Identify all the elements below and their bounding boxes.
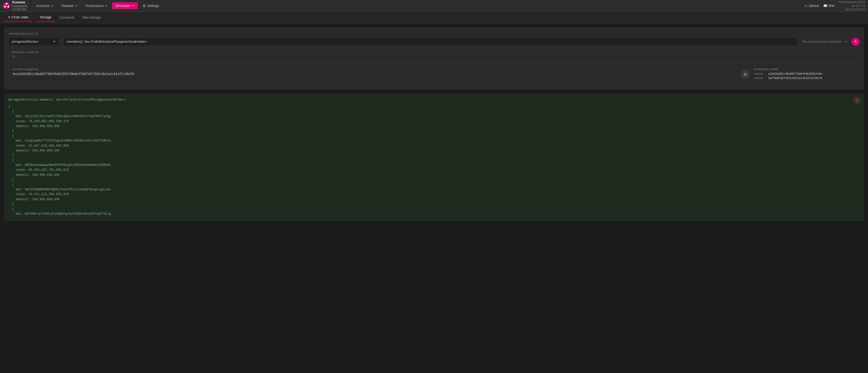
result-code: [ { who: CpjsLDC1JFyrhm3ftC9Gs4QoyrKHkhZ… (8, 104, 860, 216)
method-select[interactable]: members(): Vec<PalletElectionsPhragmenSe… (63, 37, 798, 46)
brand-block: #13,037,892 (12, 8, 27, 11)
details-label: encoded key details (754, 68, 855, 71)
svg-point-3 (8, 6, 9, 8)
nav-right: ⌥ GitHub 📖 Wiki Parity Polkadot v0.9.23 … (804, 1, 865, 11)
module-select[interactable]: phragmenElection ▼ (8, 37, 59, 46)
method-label: method (754, 76, 766, 80)
brand-name: Kusama (12, 0, 27, 5)
github-link[interactable]: ⌥ GitHub (804, 4, 819, 8)
main-content: selected state query ? phragmenElection … (0, 23, 868, 225)
method-detail: method ba7fb8745735dc3be2a2c61a72c39e78 (754, 76, 855, 80)
nav-network[interactable]: Network ▼ (58, 2, 81, 9)
blockhash-input[interactable]: 0x... (12, 55, 856, 58)
sub-navigation: ≡ Chain state › Storage Constants Raw st… (0, 12, 868, 23)
nav-governance[interactable]: Governance ▼ (82, 2, 111, 9)
blockhash-section: blockhash to query at 0x... (8, 48, 860, 61)
wiki-link[interactable]: 📖 Wiki (823, 4, 835, 8)
brand-info: Kusama kusama/9220 #13,037,892 (12, 0, 27, 11)
top-navigation: Kusama kusama/9220 #13,037,892 Accounts … (0, 0, 868, 12)
nav-developer[interactable]: Developer ▼ (112, 2, 138, 9)
chevron-down-icon: ▼ (132, 4, 134, 7)
blockhash-label: blockhash to query at (12, 51, 856, 54)
encoded-key-value: 0xe2e62dd81c48a88f73b6f6463555fd8eba7fb8… (13, 72, 737, 76)
module-hash: e2e62dd81c48a88f73b6f6463555fd8e (768, 72, 822, 75)
tab-raw-storage[interactable]: Raw storage (79, 13, 105, 21)
chevron-down-icon: ▼ (53, 40, 56, 43)
nav-separator: › (33, 15, 35, 20)
method-hash: ba7fb8745735dc3be2a2c61a72c39e78 (768, 76, 822, 80)
wiki-icon: 📖 (823, 4, 827, 8)
chevron-down-icon: ▼ (75, 4, 78, 7)
close-result-button[interactable]: ✕ (854, 97, 861, 104)
nav-settings[interactable]: ⚙ Settings (139, 2, 163, 9)
chevron-down-icon: ▼ (105, 4, 107, 7)
tab-storage[interactable]: Storage (36, 13, 56, 22)
encoded-key-left: encoded storage key 0xe2e62dd81c48a88f73… (13, 68, 737, 81)
svg-point-1 (6, 3, 8, 5)
version-info: Parity Polkadot v0.9.23 api v8.7.2-1 app… (839, 1, 865, 11)
encoded-key-label: encoded storage key (13, 68, 737, 71)
brand-sub: kusama/9220 (12, 5, 27, 8)
query-description: The current elected members. ▼ (802, 40, 847, 43)
chevron-down-icon: ▼ (844, 40, 847, 43)
kusama-logo (3, 2, 10, 9)
result-section: phragmenElection.members: Vec<PalletElec… (4, 94, 864, 221)
add-query-button[interactable]: + (851, 38, 860, 46)
help-icon[interactable]: ? (35, 32, 38, 35)
svg-point-2 (4, 6, 6, 8)
query-label: selected state query ? (8, 32, 860, 35)
module-detail: module e2e62dd81c48a88f73b6f6463555fd8e (754, 72, 855, 75)
chevron-down-icon: ▼ (51, 4, 54, 7)
chain-state-group: ≡ Chain state › Storage Constants Raw st… (4, 13, 105, 22)
tab-constants[interactable]: Constants (55, 13, 79, 21)
encoded-key-details: encoded key details module e2e62dd81c48a… (754, 68, 855, 81)
nav-accounts[interactable]: Accounts ▼ (33, 2, 57, 9)
github-icon: ⌥ (804, 4, 808, 8)
query-inputs: phragmenElection ▼ members(): Vec<Pallet… (8, 37, 860, 46)
copy-icon: ⧉ (744, 72, 747, 76)
query-section: selected state query ? phragmenElection … (4, 27, 864, 89)
subnav-chain-state[interactable]: ≡ Chain state (4, 13, 32, 22)
encoded-key-section: encoded storage key 0xe2e62dd81c48a88f73… (8, 63, 860, 85)
nav-items: Accounts ▼ Network ▼ Governance ▼ Develo… (33, 2, 804, 9)
result-header: phragmenElection.members: Vec<PalletElec… (8, 98, 860, 101)
copy-key-button[interactable]: ⧉ (741, 70, 750, 79)
gear-icon: ⚙ (143, 4, 146, 8)
module-label: module (754, 72, 766, 75)
logo[interactable]: Kusama kusama/9220 #13,037,892 (3, 0, 27, 11)
close-icon: ✕ (856, 98, 859, 102)
layers-icon: ≡ (8, 15, 10, 19)
